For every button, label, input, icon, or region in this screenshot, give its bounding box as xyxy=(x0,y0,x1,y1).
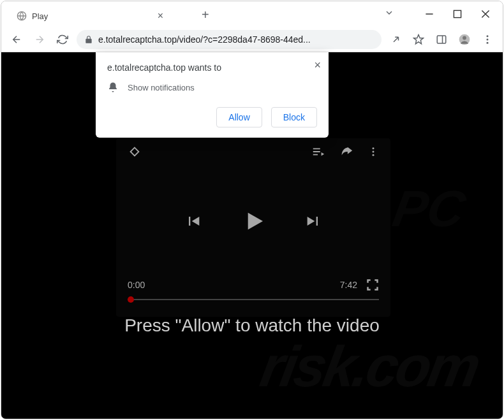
back-button[interactable] xyxy=(8,31,26,48)
forward-button[interactable] xyxy=(31,31,48,48)
prompt-title: e.totalrecaptcha.top wants to xyxy=(107,62,317,73)
reload-button[interactable] xyxy=(54,31,71,48)
svg-rect-1 xyxy=(454,10,461,17)
page-caption: Press "Allow" to watch the video xyxy=(1,315,503,336)
side-panel-icon[interactable] xyxy=(433,31,450,48)
tab-title: Play xyxy=(32,11,48,21)
svg-rect-2 xyxy=(437,36,446,43)
close-window-button[interactable] xyxy=(473,5,498,23)
url-text: e.totalrecaptcha.top/video/?c=2298da47-8… xyxy=(98,34,311,45)
globe-icon xyxy=(17,11,27,21)
bell-icon xyxy=(107,82,119,93)
svg-point-4 xyxy=(463,36,466,40)
bookmark-star-icon[interactable] xyxy=(410,31,427,48)
prompt-body: Show notifications xyxy=(128,83,195,92)
tab-search-icon[interactable] xyxy=(384,8,394,20)
window-titlebar: Play × + xyxy=(1,1,503,27)
close-prompt-icon[interactable]: × xyxy=(314,59,321,72)
browser-tab[interactable]: Play × xyxy=(10,5,170,27)
new-tab-button[interactable]: + xyxy=(202,8,209,22)
share-icon[interactable] xyxy=(387,31,404,48)
allow-button[interactable]: Allow xyxy=(216,107,262,127)
notification-prompt: × e.totalrecaptcha.top wants to Show not… xyxy=(96,52,329,138)
page-content: PC risk.com 0:00 7:42 xyxy=(1,52,503,419)
browser-toolbar: e.totalrecaptcha.top/video/?c=2298da47-8… xyxy=(1,27,503,52)
close-tab-icon[interactable]: × xyxy=(158,10,163,22)
block-button[interactable]: Block xyxy=(271,107,317,127)
lock-icon xyxy=(84,35,93,44)
maximize-button[interactable] xyxy=(445,5,470,23)
address-bar[interactable]: e.totalrecaptcha.top/video/?c=2298da47-8… xyxy=(77,30,382,49)
menu-dots-icon[interactable] xyxy=(478,31,496,48)
svg-point-6 xyxy=(487,38,489,40)
svg-point-5 xyxy=(487,35,489,37)
profile-avatar-icon[interactable] xyxy=(456,31,473,48)
svg-point-7 xyxy=(487,41,489,43)
minimize-button[interactable] xyxy=(417,5,441,23)
